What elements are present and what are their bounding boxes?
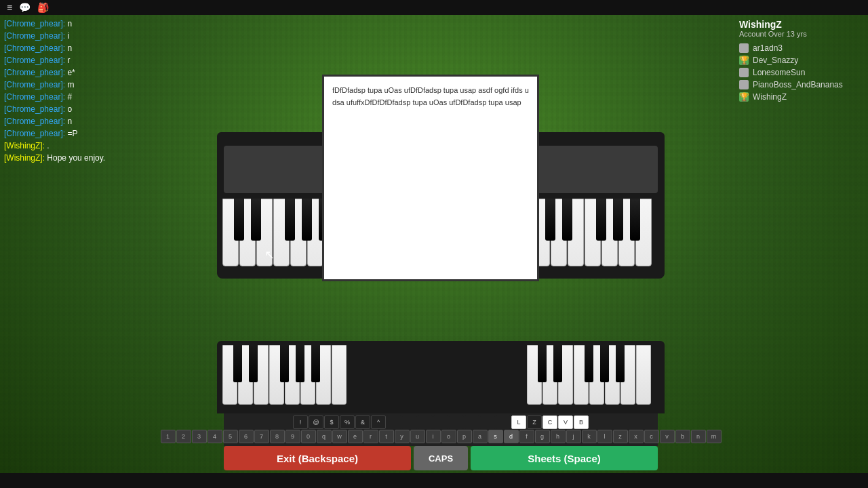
key-f[interactable]: f bbox=[519, 430, 534, 443]
black-key[interactable] bbox=[311, 345, 320, 382]
key-L[interactable]: L bbox=[511, 415, 526, 429]
key-y[interactable]: y bbox=[395, 430, 410, 443]
player-name: PianoBoss_AndBananas bbox=[753, 80, 843, 89]
key-b[interactable]: b bbox=[675, 430, 690, 443]
key-s[interactable]: s bbox=[488, 430, 503, 443]
chat-panel: [Chrome_phear]: n [Chrome_phear]: i [Chr… bbox=[0, 15, 149, 167]
key-5[interactable]: 5 bbox=[223, 430, 238, 443]
key-t[interactable]: t bbox=[379, 430, 394, 443]
chat-username: [Chrome_phear]: bbox=[4, 56, 65, 65]
key-at[interactable]: @ bbox=[309, 415, 323, 429]
player-avatar-icon: 🏆 bbox=[739, 92, 749, 102]
key-l[interactable]: l bbox=[597, 430, 612, 443]
key-8[interactable]: 8 bbox=[270, 430, 285, 443]
key-6[interactable]: 6 bbox=[239, 430, 254, 443]
key-u[interactable]: u bbox=[410, 430, 425, 443]
key-3[interactable]: 3 bbox=[192, 430, 207, 443]
black-key[interactable] bbox=[630, 199, 640, 241]
key-e[interactable]: e bbox=[348, 430, 363, 443]
key-h[interactable]: h bbox=[551, 430, 566, 443]
chat-message: =P bbox=[67, 129, 77, 138]
chat-username: [Chrome_phear]: bbox=[4, 117, 65, 126]
black-key[interactable] bbox=[585, 345, 593, 382]
black-key[interactable] bbox=[233, 345, 242, 382]
player-name: LonesomeSun bbox=[753, 68, 805, 77]
key-1[interactable]: 1 bbox=[161, 430, 176, 443]
key-q[interactable]: q bbox=[317, 430, 332, 443]
white-key[interactable] bbox=[332, 345, 347, 405]
chat-message: r bbox=[67, 56, 70, 65]
black-key[interactable] bbox=[251, 199, 261, 241]
key-r[interactable]: r bbox=[363, 430, 378, 443]
key-j[interactable]: j bbox=[566, 430, 581, 443]
chat-username: [Chrome_phear]: bbox=[4, 43, 65, 53]
key-C[interactable]: C bbox=[542, 415, 557, 429]
key-4[interactable]: 4 bbox=[208, 430, 222, 443]
black-key[interactable] bbox=[296, 345, 304, 382]
sheet-text-content: fDfDfadsp tupa uOas ufDfDfadsp tupa usap… bbox=[330, 82, 532, 111]
bottom-piano-left-keys bbox=[222, 345, 355, 409]
black-key[interactable] bbox=[280, 345, 289, 382]
sheet-overlay: fDfDfadsp tupa uOas ufDfDfadsp tupa usap… bbox=[322, 75, 539, 281]
black-key[interactable] bbox=[562, 199, 572, 241]
key-g[interactable]: g bbox=[535, 430, 550, 443]
black-key[interactable] bbox=[302, 199, 312, 241]
sheets-button[interactable]: Sheets (Space) bbox=[471, 446, 658, 470]
black-key[interactable] bbox=[234, 199, 244, 241]
black-key[interactable] bbox=[616, 345, 625, 382]
key-blank1 bbox=[387, 415, 401, 429]
key-c[interactable]: c bbox=[644, 430, 659, 443]
key-9[interactable]: 9 bbox=[285, 430, 300, 443]
toolbar-icons: ≡ 💬 🎒 bbox=[7, 2, 49, 13]
chat-username: [Chrome_phear]: bbox=[4, 68, 65, 77]
chat-icon[interactable]: 💬 bbox=[19, 2, 31, 13]
key-v[interactable]: v bbox=[660, 430, 675, 443]
key-i[interactable]: i bbox=[426, 430, 441, 443]
keyboard-special-row: ! @ $ % & ^ L Z C V B bbox=[227, 415, 654, 429]
black-key[interactable] bbox=[538, 345, 547, 382]
key-a[interactable]: a bbox=[473, 430, 488, 443]
key-ampersand[interactable]: & bbox=[355, 415, 370, 429]
player-item: LonesomeSun bbox=[739, 66, 861, 79]
chat-line: [WishingZ]: Hope you enjoy. bbox=[4, 152, 145, 164]
key-exclamation[interactable]: ! bbox=[293, 415, 308, 429]
key-z[interactable]: z bbox=[613, 430, 628, 443]
key-o[interactable]: o bbox=[441, 430, 456, 443]
key-k[interactable]: k bbox=[582, 430, 597, 443]
key-percent[interactable]: % bbox=[340, 415, 355, 429]
black-key[interactable] bbox=[553, 345, 562, 382]
key-V[interactable]: V bbox=[558, 415, 573, 429]
backpack-icon[interactable]: 🎒 bbox=[37, 2, 49, 13]
black-key[interactable] bbox=[249, 345, 258, 382]
key-n[interactable]: n bbox=[691, 430, 706, 443]
key-0[interactable]: 0 bbox=[301, 430, 316, 443]
key-w[interactable]: w bbox=[332, 430, 347, 443]
key-x[interactable]: x bbox=[629, 430, 644, 443]
black-key[interactable] bbox=[285, 199, 295, 241]
black-key[interactable] bbox=[596, 199, 606, 241]
key-B[interactable]: B bbox=[574, 415, 589, 429]
key-caret[interactable]: ^ bbox=[371, 415, 386, 429]
menu-icon[interactable]: ≡ bbox=[7, 2, 12, 13]
key-Z[interactable]: Z bbox=[527, 415, 542, 429]
key-p[interactable]: p bbox=[457, 430, 472, 443]
white-key[interactable] bbox=[636, 345, 651, 405]
key-7[interactable]: 7 bbox=[254, 430, 269, 443]
bottom-piano-keys-area bbox=[217, 341, 665, 413]
key-blank8 bbox=[496, 415, 511, 429]
black-key[interactable] bbox=[613, 199, 623, 241]
key-2[interactable]: 2 bbox=[176, 430, 191, 443]
key-m[interactable]: m bbox=[707, 430, 722, 443]
exit-button[interactable]: Exit (Backspace) bbox=[224, 446, 411, 470]
black-key[interactable] bbox=[545, 199, 555, 241]
keyboard-normal-row: 1 2 3 4 5 6 7 8 9 0 q w e r t y u i o p … bbox=[227, 430, 654, 443]
caps-button[interactable]: CAPS bbox=[414, 446, 468, 470]
sheet-body bbox=[330, 111, 532, 274]
key-dollar[interactable]: $ bbox=[324, 415, 339, 429]
key-blank2 bbox=[402, 415, 417, 429]
black-key[interactable] bbox=[600, 345, 609, 382]
key-d[interactable]: d bbox=[504, 430, 519, 443]
chat-line: [Chrome_phear]: m bbox=[4, 79, 145, 91]
player-avatar-icon bbox=[739, 80, 749, 89]
chat-line: [Chrome_phear]: n bbox=[4, 42, 145, 54]
